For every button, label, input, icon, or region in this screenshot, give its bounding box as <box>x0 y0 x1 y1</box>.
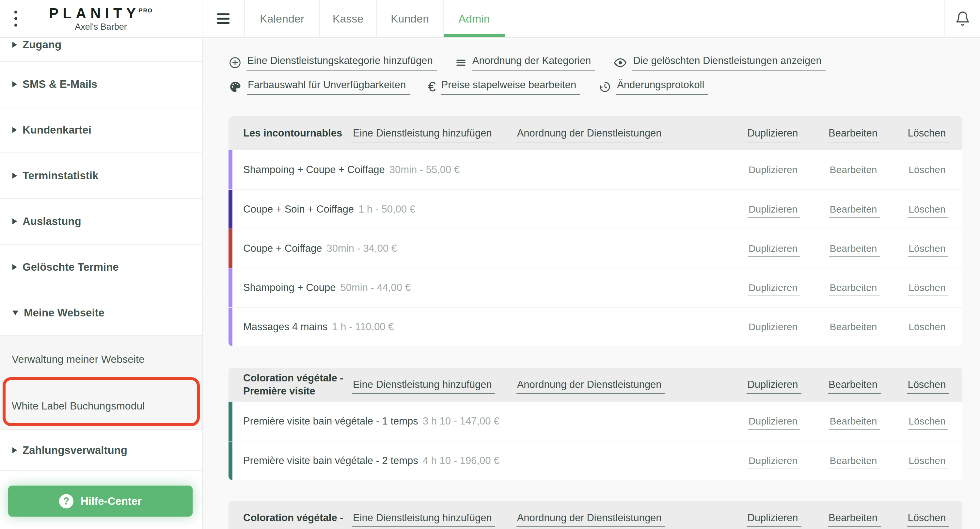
planity-admin-page: PLANITYPRO Axel's Barber Kalender Kasse … <box>0 0 980 529</box>
service-color-bar <box>229 441 232 480</box>
sidebar-subitem-white-label-buchungsmodul[interactable]: White Label Buchungsmodul <box>0 383 202 429</box>
service-row: Première visite bain végétale - 1 temps … <box>229 402 963 441</box>
bulk-edit-prices-link[interactable]: € Preise stapelweise bearbeiten <box>428 79 580 95</box>
change-log-link[interactable]: Änderungsprotokoll <box>598 79 708 95</box>
add-service-category-link[interactable]: Eine Dienstleistungskategorie hinzufügen <box>229 55 437 70</box>
order-services-link[interactable]: Anordnung der Dienstleistungen <box>517 512 665 524</box>
category-title: Coloration végétale - Première visite <box>229 371 352 398</box>
kebab-menu-icon[interactable] <box>14 11 17 27</box>
bars-icon <box>455 57 467 69</box>
duplicate-column-link[interactable]: Duplizieren <box>743 379 805 390</box>
edit-column-link[interactable]: Bearbeiten <box>824 127 885 139</box>
tab-kasse[interactable]: Kasse <box>320 0 377 37</box>
brand-suffix: PRO <box>139 8 153 14</box>
duplicate-column-link[interactable]: Duplizieren <box>743 127 805 139</box>
duplicate-row-link[interactable]: Duplizieren <box>743 416 805 427</box>
topbar: PLANITYPRO Axel's Barber Kalender Kasse … <box>0 0 980 38</box>
delete-column-link[interactable]: Löschen <box>904 379 953 390</box>
chevron-right-icon <box>13 81 17 87</box>
duplicate-row-link[interactable]: Duplizieren <box>743 204 805 215</box>
delete-column-link[interactable]: Löschen <box>904 512 953 524</box>
euro-icon: € <box>428 80 436 93</box>
admin-sidebar: Zugang SMS & E-Mails Kundenkartei Termin… <box>0 38 203 529</box>
service-color-bar <box>229 268 232 307</box>
brand-area: PLANITYPRO Axel's Barber <box>0 0 202 37</box>
add-service-link[interactable]: Eine Dienstleistung hinzufügen <box>352 379 495 390</box>
service-row: Shampoing + Coupe 50min - 44,00 € Dupliz… <box>229 268 963 307</box>
meine-webseite-submenu: Verwaltung meiner Webseite White Label B… <box>0 336 202 430</box>
delete-row-link[interactable]: Löschen <box>904 282 953 293</box>
duplicate-row-link[interactable]: Duplizieren <box>743 282 805 293</box>
edit-row-link[interactable]: Bearbeiten <box>824 321 885 332</box>
history-icon <box>598 80 611 93</box>
notifications-bell-icon[interactable] <box>944 0 980 37</box>
show-deleted-services-link[interactable]: Die gelöschten Dienstleistungen anzeigen <box>613 55 825 70</box>
edit-column-link[interactable]: Bearbeiten <box>824 379 885 390</box>
actions-row-1: Eine Dienstleistungskategorie hinzufügen… <box>229 55 980 70</box>
service-color-bar <box>229 308 232 346</box>
chevron-right-icon <box>13 42 17 48</box>
duplicate-row-link[interactable]: Duplizieren <box>743 164 805 175</box>
delete-column-link[interactable]: Löschen <box>904 127 953 139</box>
brand-name: PLANITYPRO <box>49 6 153 21</box>
duplicate-row-link[interactable]: Duplizieren <box>743 455 805 466</box>
service-category-card: Coloration végétale - Première visite Ei… <box>229 368 963 480</box>
edit-row-link[interactable]: Bearbeiten <box>824 243 885 254</box>
brand-logo: PLANITYPRO Axel's Barber <box>49 6 153 31</box>
edit-column-link[interactable]: Bearbeiten <box>824 512 885 524</box>
sidebar-item-auslastung[interactable]: Auslastung <box>0 199 202 245</box>
edit-row-link[interactable]: Bearbeiten <box>824 455 885 466</box>
tab-kalender[interactable]: Kalender <box>245 0 320 37</box>
delete-row-link[interactable]: Löschen <box>904 204 953 215</box>
add-service-link[interactable]: Eine Dienstleistung hinzufügen <box>352 512 495 524</box>
chevron-right-icon <box>13 447 17 453</box>
sidebar-item-meine-webseite[interactable]: Meine Webseite <box>0 290 202 336</box>
category-title: Les incontournables <box>229 127 352 140</box>
help-center-button[interactable]: ? Hilfe-Center <box>8 486 192 516</box>
sidebar-item-zugang[interactable]: Zugang <box>0 38 202 62</box>
delete-row-link[interactable]: Löschen <box>904 416 953 427</box>
service-category-card: Coloration végétale - Eine Dienstleistun… <box>229 501 963 529</box>
sidebar-item-sms-emails[interactable]: SMS & E-Mails <box>0 62 202 107</box>
sidebar-item-kundenkartei[interactable]: Kundenkartei <box>0 107 202 153</box>
edit-row-link[interactable]: Bearbeiten <box>824 282 885 293</box>
delete-row-link[interactable]: Löschen <box>904 164 953 175</box>
delete-row-link[interactable]: Löschen <box>904 243 953 254</box>
sidebar-subitem-verwaltung-webseite[interactable]: Verwaltung meiner Webseite <box>0 336 202 383</box>
edit-row-link[interactable]: Bearbeiten <box>824 416 885 427</box>
category-header: Les incontournables Eine Dienstleistung … <box>229 116 963 150</box>
tab-kunden[interactable]: Kunden <box>377 0 444 37</box>
duplicate-row-link[interactable]: Duplizieren <box>743 321 805 332</box>
plus-circle-icon <box>229 56 242 69</box>
delete-row-link[interactable]: Löschen <box>904 321 953 332</box>
edit-row-link[interactable]: Bearbeiten <box>824 164 885 175</box>
salon-name: Axel's Barber <box>49 22 153 31</box>
chevron-right-icon <box>13 218 17 224</box>
topbar-spacer <box>505 0 944 37</box>
order-services-link[interactable]: Anordnung der Dienstleistungen <box>517 127 665 139</box>
actions-row-2: Farbauswahl für Unverfügbarkeiten € Prei… <box>229 79 980 95</box>
color-picker-unavailabilities-link[interactable]: Farbauswahl für Unverfügbarkeiten <box>229 79 410 95</box>
sidebar-item-zahlungsverwaltung[interactable]: Zahlungsverwaltung <box>0 430 202 471</box>
chevron-down-icon <box>13 311 18 315</box>
hamburger-menu-icon[interactable] <box>202 0 245 37</box>
order-categories-link[interactable]: Anordnung der Kategorien <box>455 55 595 70</box>
edit-row-link[interactable]: Bearbeiten <box>824 204 885 215</box>
category-header: Coloration végétale - Première visite Ei… <box>229 368 963 402</box>
sidebar-item-geloeschte-termine[interactable]: Gelöschte Termine <box>0 245 202 290</box>
add-service-link[interactable]: Eine Dienstleistung hinzufügen <box>352 127 495 139</box>
service-color-bar <box>229 190 232 229</box>
service-color-bar <box>229 229 232 268</box>
category-title: Coloration végétale - <box>229 511 352 524</box>
order-services-link[interactable]: Anordnung der Dienstleistungen <box>517 379 665 390</box>
duplicate-row-link[interactable]: Duplizieren <box>743 243 805 254</box>
tab-admin[interactable]: Admin <box>444 0 505 37</box>
service-category-card: Les incontournables Eine Dienstleistung … <box>229 116 963 346</box>
service-row: Coupe + Soin + Coiffage 1 h - 50,00 € Du… <box>229 190 963 229</box>
delete-row-link[interactable]: Löschen <box>904 455 953 466</box>
chevron-right-icon <box>13 264 17 270</box>
duplicate-column-link[interactable]: Duplizieren <box>743 512 805 524</box>
question-circle-icon: ? <box>59 494 73 508</box>
admin-services-content: Eine Dienstleistungskategorie hinzufügen… <box>203 38 980 529</box>
sidebar-item-terminstatistik[interactable]: Terminstatistik <box>0 153 202 199</box>
